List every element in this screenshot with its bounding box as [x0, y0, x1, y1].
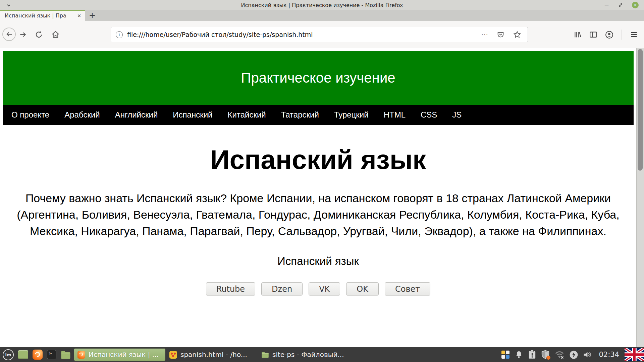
network-wifi-off-icon[interactable]: [554, 350, 565, 359]
page-actions-icon[interactable]: ⋯: [481, 31, 488, 39]
dzen-button[interactable]: Dzen: [261, 282, 303, 296]
nav-item-html[interactable]: HTML: [384, 110, 406, 120]
toolbar-divider: [622, 30, 622, 40]
taskbar-clock[interactable]: 02:34: [599, 351, 619, 359]
window-title: Испанский язык | Практическое изучение -…: [241, 2, 403, 8]
editor-dot: [174, 353, 176, 355]
tab-close-icon[interactable]: ✕: [76, 12, 83, 19]
browser-toolbar: i file:///home/user/Рабочий стол/study/s…: [0, 21, 644, 48]
power-manager-icon[interactable]: [569, 350, 578, 359]
task-window-label: Испанский язык | ...: [89, 351, 159, 359]
new-tab-button[interactable]: +: [85, 10, 99, 21]
browser-viewport: Практическое изучение О проекте Арабский…: [0, 48, 644, 347]
taskbar-windows: Испанский язык | ... spanish.html - /ho.…: [74, 349, 349, 361]
vk-button[interactable]: VK: [309, 282, 340, 296]
task-window-editor[interactable]: spanish.html - /ho...: [166, 349, 257, 361]
editor-dot: [171, 353, 173, 355]
files-launcher-icon[interactable]: [61, 351, 71, 359]
site-header: Практическое изучение: [3, 51, 634, 105]
page-subtitle: Испанский язык: [0, 255, 636, 268]
back-button[interactable]: [2, 28, 16, 41]
url-text: file:///home/user/Рабочий стол/study/sit…: [127, 31, 481, 38]
volume-icon[interactable]: [583, 350, 593, 359]
shield-alert-dot: [546, 356, 550, 360]
nav-item-js[interactable]: JS: [452, 110, 462, 120]
site-nav: О проекте Арабский Английский Испанский …: [3, 105, 634, 125]
tab-label-fade: [63, 11, 74, 21]
nav-item-turkish[interactable]: Турецкий: [334, 110, 369, 120]
terminal-launcher-icon[interactable]: $-: [47, 350, 56, 359]
library-icon[interactable]: [573, 30, 582, 39]
tab-active[interactable]: Испанский язык | Пра ✕: [0, 10, 85, 21]
nav-item-arabic[interactable]: Арабский: [64, 110, 100, 120]
nav-item-english[interactable]: Английский: [115, 110, 158, 120]
page-title: Испанский язык: [0, 144, 636, 175]
advice-button[interactable]: Совет: [385, 282, 430, 296]
url-bar[interactable]: i file:///home/user/Рабочий стол/study/s…: [111, 27, 528, 42]
mint-logo: lm: [5, 352, 11, 357]
keyboard-layout-flag-icon[interactable]: [625, 348, 644, 361]
task-window-label: site-ps - Файловый...: [272, 351, 344, 359]
bookmark-star-icon[interactable]: [513, 30, 522, 39]
ok-button[interactable]: OK: [346, 282, 379, 296]
taskbar: lm $- Испанский язык | ... spanish.html …: [0, 347, 644, 362]
workspace-squares-icon[interactable]: [501, 350, 510, 359]
notifications-bell-icon[interactable]: [515, 350, 523, 359]
window-controls: − ✕: [604, 0, 639, 10]
forward-button[interactable]: [19, 30, 28, 39]
firewall-shield-icon[interactable]: [541, 350, 550, 359]
reload-button[interactable]: [35, 30, 43, 39]
firefox-icon: [77, 351, 85, 359]
tab-bar: Испанский язык | Пра ✕ +: [0, 10, 644, 21]
site-header-title: Практическое изучение: [241, 70, 395, 86]
nav-item-chinese[interactable]: Китайский: [228, 110, 266, 120]
home-button[interactable]: [51, 30, 60, 39]
sidebar-icon[interactable]: [589, 30, 598, 39]
editor-dot: [172, 355, 174, 357]
task-window-label: spanish.html - /ho...: [180, 351, 247, 359]
task-window-files[interactable]: site-ps - Файловый...: [258, 349, 349, 361]
close-button[interactable]: ✕: [632, 2, 639, 8]
page-paragraph: Почему важно знать Испанский язык? Кроме…: [7, 190, 630, 239]
nav-item-spanish[interactable]: Испанский: [173, 110, 212, 120]
nav-item-css[interactable]: CSS: [421, 110, 437, 120]
chevron-down-icon[interactable]: [6, 3, 11, 7]
folder-icon: [261, 352, 269, 358]
desktop: Испанский язык | Практическое изучение -…: [0, 0, 644, 362]
page-info-icon[interactable]: i: [116, 31, 123, 38]
menu-hamburger-icon[interactable]: [630, 30, 638, 39]
update-manager-icon[interactable]: [528, 350, 536, 359]
firefox-launcher-icon[interactable]: [33, 350, 43, 360]
show-desktop-button[interactable]: [18, 350, 28, 359]
window-titlebar: Испанский язык | Практическое изучение -…: [0, 0, 644, 10]
minimize-button[interactable]: −: [604, 0, 609, 10]
text-editor-icon: [169, 351, 177, 359]
nav-item-about[interactable]: О проекте: [11, 110, 49, 120]
account-icon[interactable]: [605, 30, 614, 39]
restore-button[interactable]: [618, 2, 623, 8]
scrollbar-thumb[interactable]: [638, 49, 643, 171]
system-tray: 02:34: [501, 348, 644, 361]
vertical-scrollbar[interactable]: [636, 48, 644, 347]
rutube-button[interactable]: Rutube: [206, 282, 255, 296]
toolbar-right-actions: [573, 27, 644, 42]
nav-item-tatar[interactable]: Татарский: [281, 110, 319, 120]
taskbar-launchers: lm $-: [0, 349, 74, 360]
link-button-row: Rutube Dzen VK OK Совет: [0, 282, 636, 296]
task-window-firefox[interactable]: Испанский язык | ...: [74, 349, 165, 361]
firefox-swirl: [78, 352, 84, 357]
firefox-swirl: [34, 351, 41, 358]
web-page: Практическое изучение О проекте Арабский…: [0, 48, 636, 347]
pocket-icon[interactable]: [496, 31, 505, 39]
url-actions: ⋯: [481, 30, 523, 39]
mint-menu-button[interactable]: lm: [3, 349, 14, 360]
